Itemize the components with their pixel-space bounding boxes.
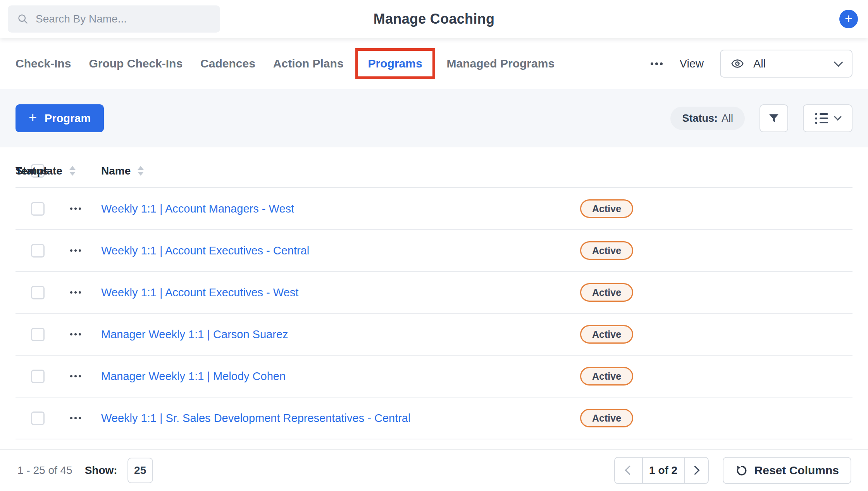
column-header-name[interactable]: Name bbox=[101, 165, 144, 177]
row-actions-button[interactable] bbox=[70, 417, 87, 419]
plus-icon: + bbox=[845, 11, 852, 26]
row-actions-button[interactable] bbox=[70, 249, 87, 252]
next-page-button[interactable] bbox=[684, 458, 708, 483]
page-indicator: 1 of 2 bbox=[643, 458, 684, 483]
status-filter-chip[interactable]: Status: All bbox=[670, 107, 745, 130]
tab-check-ins[interactable]: Check-Ins bbox=[16, 57, 71, 70]
eye-icon bbox=[731, 57, 744, 70]
pagination: 1 of 2 bbox=[614, 457, 709, 484]
status-badge: Active bbox=[580, 367, 633, 386]
status-badge: Active bbox=[580, 409, 633, 427]
add-button[interactable]: + bbox=[839, 10, 858, 28]
undo-icon bbox=[735, 464, 748, 477]
search-icon bbox=[17, 13, 29, 25]
sort-icon[interactable] bbox=[138, 166, 144, 176]
footer-left: 1 - 25 of 45 Show: 25 bbox=[17, 458, 153, 483]
table-row: Weekly 1:1 | Sr. Sales Development Repre… bbox=[16, 398, 852, 439]
top-bar: Manage Coaching + bbox=[0, 0, 868, 38]
row-checkbox[interactable] bbox=[31, 328, 45, 341]
show-label: Show: bbox=[85, 464, 117, 477]
tab-bar-right: View All bbox=[650, 50, 852, 78]
tab-bar: Check-Ins Group Check-Ins Cadences Actio… bbox=[0, 38, 868, 89]
chevron-right-icon bbox=[691, 465, 700, 475]
tab-group-check-ins[interactable]: Group Check-Ins bbox=[89, 57, 183, 70]
program-name-link[interactable]: Manager Weekly 1:1 | Melody Cohen bbox=[101, 370, 286, 383]
reset-columns-button[interactable]: Reset Columns bbox=[723, 457, 851, 484]
table-header-row: Name Status Template bbox=[16, 147, 852, 188]
row-actions-button[interactable] bbox=[70, 291, 87, 294]
tabs-overflow-button[interactable] bbox=[650, 59, 663, 68]
status-filter-label: Status: bbox=[682, 112, 718, 124]
tab-programs[interactable]: Programs bbox=[368, 57, 422, 70]
row-checkbox[interactable] bbox=[31, 411, 45, 425]
footer-bar: 1 - 25 of 45 Show: 25 1 of 2 Reset Colum… bbox=[0, 449, 868, 491]
row-checkbox[interactable] bbox=[31, 244, 45, 258]
row-actions-button[interactable] bbox=[70, 375, 87, 377]
ellipsis-icon bbox=[70, 417, 72, 419]
tab-cadences[interactable]: Cadences bbox=[200, 57, 255, 70]
row-actions-button[interactable] bbox=[70, 333, 87, 335]
search-box[interactable] bbox=[8, 5, 220, 33]
chevron-down-icon bbox=[834, 113, 842, 121]
table-row: Manager Weekly 1:1 | Carson Suarez Activ… bbox=[16, 314, 852, 356]
status-badge: Active bbox=[580, 325, 633, 344]
program-name-link[interactable]: Weekly 1:1 | Account Managers - West bbox=[101, 202, 294, 215]
chevron-down-icon bbox=[834, 57, 843, 67]
table-row: Manager Weekly 1:1 | Melody Cohen Active bbox=[16, 356, 852, 398]
view-dropdown-value: All bbox=[753, 57, 766, 70]
page-title: Manage Coaching bbox=[374, 11, 495, 27]
footer-right: 1 of 2 Reset Columns bbox=[614, 457, 851, 484]
result-range: 1 - 25 of 45 bbox=[17, 464, 72, 477]
table-body: Weekly 1:1 | Account Managers - West Act… bbox=[16, 188, 852, 439]
program-name-link[interactable]: Weekly 1:1 | Account Executives - Centra… bbox=[101, 244, 309, 257]
tab-action-plans[interactable]: Action Plans bbox=[273, 57, 344, 70]
view-dropdown[interactable]: All bbox=[720, 50, 852, 78]
toolbar: + Program Status: All bbox=[0, 89, 868, 147]
previous-page-button[interactable] bbox=[615, 458, 643, 483]
status-badge: Active bbox=[580, 199, 633, 218]
ellipsis-icon bbox=[70, 207, 72, 210]
ellipsis-icon bbox=[70, 333, 72, 335]
table-bottom-spacer bbox=[0, 439, 868, 449]
search-input[interactable] bbox=[36, 13, 211, 25]
row-checkbox[interactable] bbox=[31, 370, 45, 383]
status-badge: Active bbox=[580, 241, 633, 260]
table-row: Weekly 1:1 | Account Executives - West A… bbox=[16, 272, 852, 314]
ellipsis-icon bbox=[70, 375, 72, 377]
view-label: View bbox=[680, 57, 704, 70]
chevron-left-icon bbox=[625, 465, 634, 475]
table-row: Weekly 1:1 | Account Managers - West Act… bbox=[16, 188, 852, 230]
highlight-box: Programs bbox=[355, 48, 435, 79]
row-actions-button[interactable] bbox=[70, 207, 87, 210]
status-badge: Active bbox=[580, 283, 633, 302]
row-checkbox[interactable] bbox=[31, 202, 45, 216]
column-header-template[interactable]: Template bbox=[16, 165, 76, 177]
add-program-button[interactable]: + Program bbox=[16, 104, 104, 132]
ellipsis-icon bbox=[70, 291, 72, 294]
plus-icon: + bbox=[29, 109, 37, 126]
programs-table: Name Status Template Weekly 1:1 | Accoun… bbox=[0, 147, 868, 439]
program-name-link[interactable]: Weekly 1:1 | Sr. Sales Development Repre… bbox=[101, 412, 410, 425]
filter-button[interactable] bbox=[760, 104, 788, 132]
tab-managed-programs[interactable]: Managed Programs bbox=[447, 57, 555, 70]
funnel-icon bbox=[767, 112, 780, 125]
ellipsis-icon bbox=[70, 249, 72, 252]
status-filter-value: All bbox=[722, 112, 733, 124]
row-checkbox[interactable] bbox=[31, 286, 45, 299]
columns-dropdown-button[interactable] bbox=[803, 104, 852, 132]
sort-icon[interactable] bbox=[69, 166, 76, 176]
table-row: Weekly 1:1 | Account Executives - Centra… bbox=[16, 230, 852, 272]
program-name-link[interactable]: Manager Weekly 1:1 | Carson Suarez bbox=[101, 328, 288, 341]
page-size-selector[interactable]: 25 bbox=[127, 458, 153, 483]
program-name-link[interactable]: Weekly 1:1 | Account Executives - West bbox=[101, 286, 298, 299]
list-icon bbox=[815, 113, 828, 124]
toolbar-right: Status: All bbox=[670, 104, 852, 132]
ellipsis-icon bbox=[651, 62, 653, 65]
